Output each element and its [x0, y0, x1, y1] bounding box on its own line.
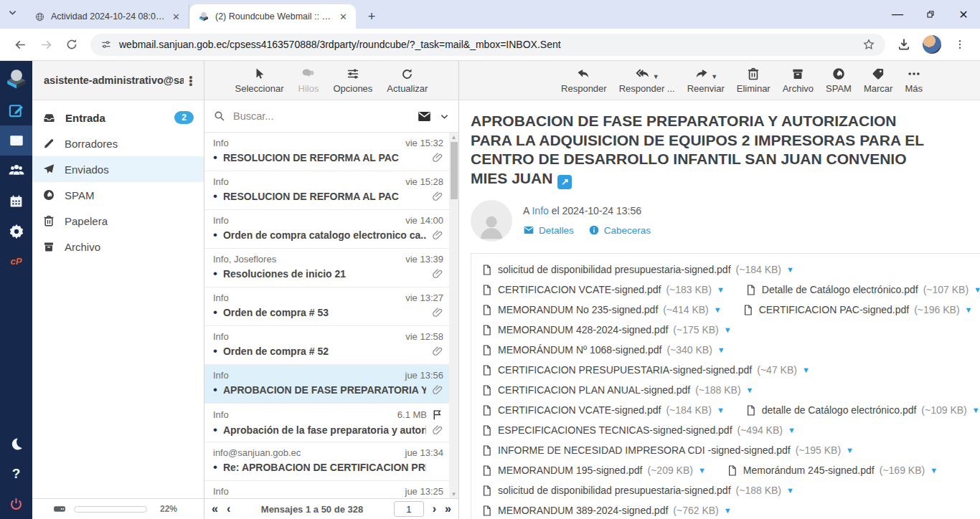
settings-nav-button[interactable]	[0, 216, 32, 246]
browser-tab-activity[interactable]: Actividad 2024-10-24 08:00:00 ✕	[26, 4, 189, 29]
message-list-item[interactable]: Info 6.1 MB • Aprobación de la fase prep…	[204, 404, 449, 442]
attachment-menu-caret-icon[interactable]: ▼	[724, 325, 732, 334]
site-info-icon[interactable]	[100, 39, 112, 50]
page-number-input[interactable]	[394, 501, 424, 517]
message-list-item[interactable]: Info jue 13:56 • APROBACION DE FASE PREP…	[204, 365, 449, 404]
attachment-menu-caret-icon[interactable]: ▼	[717, 285, 725, 294]
attachment-menu-caret-icon[interactable]: ▼	[786, 265, 794, 274]
attachment-menu-caret-icon[interactable]: ▼	[786, 486, 794, 495]
message-list-item[interactable]: Info, Joseflores vie 13:39 • Resolucione…	[204, 249, 449, 287]
attachment-item[interactable]: ESPECIFICACIONES TECNICAS-signed-signed.…	[481, 424, 796, 437]
spam-button[interactable]: SPAM	[826, 67, 852, 94]
attachment-item[interactable]: CERTIFICACION PRESUPUESTARIA-signed-sign…	[481, 364, 810, 376]
message-list-item[interactable]: Info vie 13:27 • Orden de compra # 53	[204, 287, 449, 326]
attachment-name[interactable]: MEMORANDUM 389-2024-signed.pdf	[498, 505, 668, 516]
attachment-name[interactable]: solicitud de disponibilidad presupuestar…	[498, 264, 731, 275]
attachment-item[interactable]: CERTIFICACION PAC-signed.pdf (~196 KB) ▼	[742, 304, 973, 316]
scroll-down-arrow[interactable]: ▼	[449, 490, 458, 498]
archive-button[interactable]: Archivo	[783, 67, 814, 94]
attachment-menu-caret-icon[interactable]: ▼	[788, 426, 796, 434]
mark-button[interactable]: Marcar	[864, 67, 892, 94]
scrollbar-thumb[interactable]	[451, 142, 458, 199]
search-input[interactable]	[233, 110, 410, 122]
attachment-item[interactable]: CERTIFICACION VCATE-signed.pdf (~183 KB)…	[481, 284, 725, 296]
attachment-menu-caret-icon[interactable]: ▼	[698, 466, 706, 475]
folder-papelera[interactable]: Papelera	[32, 208, 204, 234]
cpanel-button[interactable]: cP	[0, 246, 32, 276]
attachment-menu-caret-icon[interactable]: ▼	[717, 406, 725, 414]
folder-archivo[interactable]: Archivo	[32, 234, 204, 260]
attachment-name[interactable]: CERTIFICACION PLAN ANUAL-signed.pdf	[498, 384, 690, 396]
scroll-up-arrow[interactable]: ▲	[449, 133, 458, 141]
attachment-menu-caret-icon[interactable]: ▼	[717, 346, 725, 354]
downloads-icon[interactable]	[892, 33, 915, 56]
first-page-icon[interactable]: «	[212, 503, 218, 515]
browser-tab-roundcube[interactable]: (2) Roundcube Webmail :: Envia ✕	[189, 4, 356, 29]
profile-avatar[interactable]	[923, 35, 941, 54]
attachment-menu-caret-icon[interactable]: ▼	[746, 386, 754, 394]
attachment-name[interactable]: INFORME DE NECESIDAD IMPRESORA CDI -sign…	[498, 444, 791, 456]
attachment-item[interactable]: MEMORANDUM 389-2024-signed.pdf (~762 KB)…	[481, 505, 732, 517]
attachment-item[interactable]: CERTIFICACION VCATE-signed.pdf (~184 KB)…	[481, 404, 725, 416]
attachment-menu-caret-icon[interactable]: ▼	[724, 506, 732, 515]
attachment-item[interactable]: CERTIFICACION PLAN ANUAL-signed.pdf (~18…	[481, 384, 754, 396]
address-bar[interactable]: webmail.sanjuan.gob.ec/cpsess4163570888/…	[90, 34, 885, 56]
tab-close-icon[interactable]: ✕	[338, 11, 349, 22]
select-button[interactable]: Seleccionar	[235, 67, 284, 94]
attachment-name[interactable]: detalle de Catálogo electrónico.pdf	[762, 404, 917, 416]
attachment-item[interactable]: Detalle de Catálogo electrónico.pdf (~10…	[745, 284, 980, 296]
dropdown-caret-icon[interactable]: ▼	[711, 73, 717, 80]
message-list-item[interactable]: info@sanjuan.gob.ec jue 13:34 • Re: APRO…	[204, 442, 449, 481]
attachment-item[interactable]: detalle de Catálogo electrónico.pdf (~10…	[745, 404, 980, 416]
search-options-chevron-icon[interactable]	[439, 111, 450, 122]
attachment-menu-caret-icon[interactable]: ▼	[846, 446, 854, 454]
message-list-item[interactable]: Info vie 15:32 • RESOLUCION DE REFORMA A…	[204, 133, 449, 171]
dark-mode-moon-icon[interactable]	[0, 429, 32, 459]
attachment-name[interactable]: Detalle de Catálogo electrónico.pdf	[762, 284, 918, 295]
attachment-name[interactable]: MEMORANDUM 195-signed.pdf	[498, 465, 643, 476]
attachment-item[interactable]: MEMORÁNDUM Nº 1068-signed.pdf (~340 KB) …	[481, 344, 725, 356]
attachment-menu-caret-icon[interactable]: ▼	[930, 466, 938, 475]
tab-search-chevron-icon[interactable]	[7, 7, 18, 18]
attachment-name[interactable]: Memorándum 245-signed.pdf	[743, 465, 875, 476]
dropdown-caret-icon[interactable]: ▼	[653, 73, 659, 80]
folder-spam[interactable]: SPAM	[32, 182, 204, 208]
back-icon[interactable]	[9, 33, 32, 56]
tab-close-icon[interactable]: ✕	[171, 11, 182, 22]
compose-button[interactable]	[0, 95, 32, 125]
message-list-item[interactable]: Info vie 15:28 • RESOLUCION DE REFORMA A…	[204, 171, 449, 210]
search-scope-envelope-icon[interactable]	[417, 109, 432, 124]
delete-button[interactable]: Eliminar	[737, 67, 771, 94]
open-in-new-window-icon[interactable]: ↗	[557, 175, 572, 189]
calendar-nav-button[interactable]	[0, 186, 32, 216]
attachment-menu-caret-icon[interactable]: ▼	[965, 305, 973, 314]
next-page-icon[interactable]: ›	[433, 503, 436, 515]
list-scrollbar[interactable]: ▲ ▼	[449, 133, 458, 498]
forward-button[interactable]: ▼ Reenviar	[687, 67, 725, 94]
new-tab-button[interactable]: +	[362, 6, 382, 27]
attachment-item[interactable]: solicitud de disponibilidad presupuestar…	[481, 264, 794, 276]
message-list-item[interactable]: Info vie 12:58 • Orden de compra # 52	[204, 326, 449, 365]
forward-icon[interactable]	[34, 33, 57, 56]
last-page-icon[interactable]: »	[445, 503, 451, 515]
prev-page-icon[interactable]: ‹	[227, 503, 230, 515]
attachment-name[interactable]: CERTIFICACION VCATE-signed.pdf	[498, 404, 661, 416]
attachment-name[interactable]: CERTIFICACION PAC-signed.pdf	[759, 304, 910, 315]
flag-icon[interactable]	[431, 409, 443, 421]
mail-nav-button[interactable]	[0, 125, 32, 156]
attachment-name[interactable]: MEMORANDUM No 235-signed.pdf	[498, 304, 658, 315]
logout-power-icon[interactable]	[0, 489, 32, 519]
attachment-menu-caret-icon[interactable]: ▼	[972, 406, 980, 414]
refresh-button[interactable]: Actualizar	[387, 67, 428, 94]
attachment-name[interactable]: ESPECIFICACIONES TECNICAS-signed-signed.…	[498, 424, 732, 436]
headers-toggle[interactable]: Cabeceras	[588, 224, 651, 236]
reply-button[interactable]: Responder	[561, 67, 607, 94]
browser-menu-kebab-icon[interactable]	[948, 33, 971, 56]
window-close-button[interactable]: ✕	[947, 0, 980, 29]
window-minimize-button[interactable]: —	[881, 0, 914, 29]
attachment-menu-caret-icon[interactable]: ▼	[714, 305, 722, 314]
reload-icon[interactable]	[60, 33, 83, 56]
contacts-nav-button[interactable]	[0, 156, 32, 186]
window-restore-button[interactable]	[914, 0, 947, 29]
url-text[interactable]: webmail.sanjuan.gob.ec/cpsess4163570888/…	[119, 39, 855, 50]
